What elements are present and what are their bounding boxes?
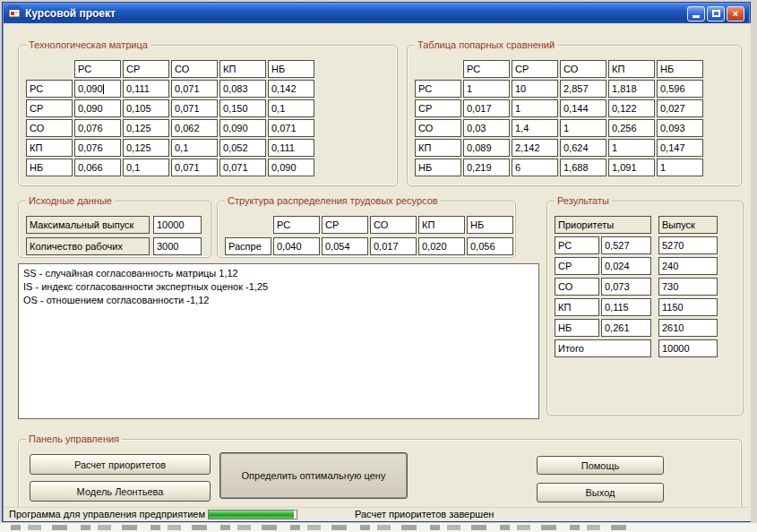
tech-cell[interactable]: 0,071 — [219, 159, 266, 176]
minimize-button[interactable] — [687, 6, 705, 21]
tech-cell[interactable]: 0,1 — [268, 99, 314, 117]
tech-cell[interactable]: 0,090 — [74, 99, 121, 117]
pair-cell[interactable]: 0,017 — [463, 99, 510, 117]
pair-cell[interactable]: 0,093 — [657, 119, 703, 137]
tech-matrix-group: Технологическая матрица РС СР СО КП НБ Р… — [18, 45, 398, 186]
pair-cell[interactable]: 0,089 — [463, 139, 510, 157]
tech-cell[interactable]: 0,090 — [219, 119, 266, 137]
output-cell: 730 — [658, 278, 718, 296]
pair-cell[interactable]: 1 — [512, 99, 558, 117]
result-row-label: СО — [555, 278, 599, 296]
pair-cell[interactable]: 1 — [560, 119, 606, 137]
total-row: Итого 10000 — [555, 339, 718, 357]
result-row: НБ 0,261 2610 — [555, 319, 718, 337]
tech-col-header: КП — [219, 60, 266, 78]
pair-row-label: СО — [415, 119, 461, 137]
max-output-field[interactable]: 10000 — [153, 216, 202, 234]
tech-cell[interactable]: 0,066 — [74, 159, 121, 176]
pair-cell[interactable]: 1,818 — [608, 80, 655, 98]
priorities-header: Приоритеты — [555, 216, 651, 234]
pair-cell[interactable]: 0,03 — [463, 119, 510, 137]
pair-cell[interactable]: 1,091 — [608, 159, 655, 176]
log-line: SS - случайная согласованность матрицы 1… — [23, 267, 534, 280]
dist-cell: 0,054 — [322, 237, 368, 255]
maximize-button[interactable] — [707, 6, 725, 21]
tech-cell[interactable]: 0,150 — [219, 99, 266, 117]
pair-cell[interactable]: 0,122 — [608, 99, 655, 117]
tech-cell[interactable]: 0,1 — [171, 139, 218, 157]
tech-cell[interactable]: 0,062 — [171, 119, 218, 137]
pair-cell[interactable]: 0,027 — [657, 99, 703, 117]
tech-cell[interactable]: 0,125 — [123, 139, 169, 157]
priority-cell: 0,527 — [601, 236, 651, 254]
tech-cell[interactable]: 0,076 — [74, 139, 121, 157]
tech-cell[interactable]: 0,071 — [171, 80, 218, 98]
pair-col-header: СО — [560, 60, 606, 78]
tech-cell[interactable]: 0,076 — [74, 119, 121, 137]
optimal-price-button[interactable]: Определить оптимальную цену — [219, 452, 408, 499]
pair-cell[interactable]: 2,857 — [560, 80, 606, 98]
calc-priorities-button[interactable]: Расчет приоритетов — [30, 454, 211, 475]
dist-row-label: Распре — [225, 237, 271, 255]
title-bar[interactable]: Курсовой проект × — [4, 4, 749, 23]
log-line: IS - индекс согласованности экспертных о… — [23, 280, 534, 294]
desktop-background-strip — [0, 523, 757, 532]
pair-cell[interactable]: 1 — [463, 80, 510, 98]
close-button[interactable]: × — [727, 6, 744, 21]
pair-cell[interactable]: 0,596 — [657, 80, 703, 98]
tech-cell-text: 0,090 — [78, 83, 103, 94]
pair-cell[interactable]: 2,142 — [512, 139, 558, 157]
consistency-log[interactable]: SS - случайная согласованность матрицы 1… — [18, 263, 539, 419]
pair-cell[interactable]: 0,624 — [560, 139, 606, 157]
help-button[interactable]: Помощь — [537, 456, 664, 475]
maximize-icon — [712, 10, 720, 17]
output-cell: 1150 — [658, 298, 718, 316]
tech-cell[interactable]: 0,090 — [268, 159, 314, 176]
tech-row-label: СР — [26, 99, 73, 117]
tech-cell[interactable]: 0,071 — [171, 159, 218, 176]
result-row: РС 0,527 5270 — [555, 236, 718, 254]
workers-field[interactable]: 3000 — [153, 237, 202, 255]
pair-col-header: СР — [512, 60, 558, 78]
pair-cell[interactable]: 6 — [512, 159, 558, 176]
app-window: Курсовой проект × Технологическая матриц… — [2, 2, 751, 522]
app-icon — [8, 5, 21, 21]
pair-cell[interactable]: 0,219 — [463, 159, 510, 176]
tech-cell[interactable]: 0,142 — [268, 80, 314, 98]
dist-cell: 0,020 — [418, 237, 465, 255]
tech-cell[interactable]: 0,071 — [268, 119, 314, 137]
pair-row-label: КП — [415, 139, 461, 157]
max-output-label: Максимальный выпуск — [26, 216, 150, 234]
pair-cell[interactable]: 1,4 — [512, 119, 558, 137]
pair-cell[interactable]: 1 — [657, 159, 703, 176]
tech-cell[interactable]: 0,105 — [123, 99, 169, 117]
tech-cell[interactable]: 0,111 — [123, 80, 169, 98]
pair-cell[interactable]: 0,256 — [608, 119, 655, 137]
tech-cell[interactable]: 0,125 — [123, 119, 169, 137]
tech-row-label: НБ — [26, 159, 73, 176]
priority-cell: 0,261 — [601, 319, 651, 337]
tech-cell[interactable]: 0,083 — [219, 80, 266, 98]
tech-cell[interactable]: 0,090 — [74, 80, 121, 98]
tech-row-label: КП — [26, 139, 73, 157]
tech-cell[interactable]: 0,111 — [268, 139, 314, 157]
leontief-model-button[interactable]: Модель Леонтьева — [30, 481, 211, 502]
pair-cell[interactable]: 0,144 — [560, 99, 606, 117]
result-row-label: КП — [555, 298, 599, 316]
matrix-corner — [415, 60, 461, 78]
window-title: Курсовой проект — [25, 7, 116, 20]
progress-fill — [209, 511, 294, 519]
exit-button[interactable]: Выход — [537, 483, 664, 502]
pair-cell[interactable]: 1,688 — [560, 159, 606, 176]
pair-cell[interactable]: 0,147 — [657, 139, 703, 157]
distribution-table: РС СР СО КП НБ Распре 0,040 0,054 0,017 … — [225, 216, 513, 255]
priority-cell: 0,073 — [601, 278, 651, 296]
pair-cell[interactable]: 1 — [608, 139, 655, 157]
pair-col-header: НБ — [657, 60, 703, 78]
priority-cell: 0,115 — [601, 298, 651, 316]
tech-cell[interactable]: 0,071 — [171, 99, 218, 117]
tech-cell[interactable]: 0,1 — [123, 159, 169, 176]
result-row-label: РС — [555, 236, 599, 254]
tech-cell[interactable]: 0,052 — [219, 139, 266, 157]
pair-cell[interactable]: 10 — [512, 80, 558, 98]
